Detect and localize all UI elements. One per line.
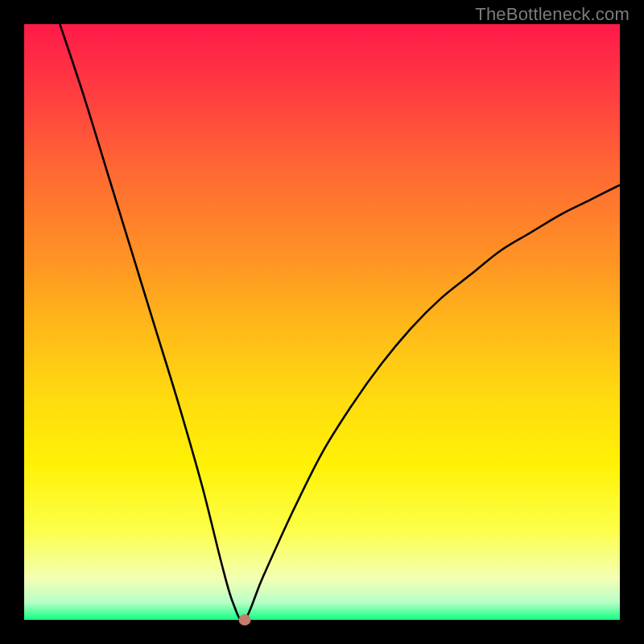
chart-frame: TheBottleneck.com xyxy=(0,0,644,644)
optimal-point-marker[interactable] xyxy=(238,614,250,625)
plot-area xyxy=(24,24,620,620)
watermark-label: TheBottleneck.com xyxy=(475,4,630,25)
bottleneck-curve xyxy=(24,24,620,620)
